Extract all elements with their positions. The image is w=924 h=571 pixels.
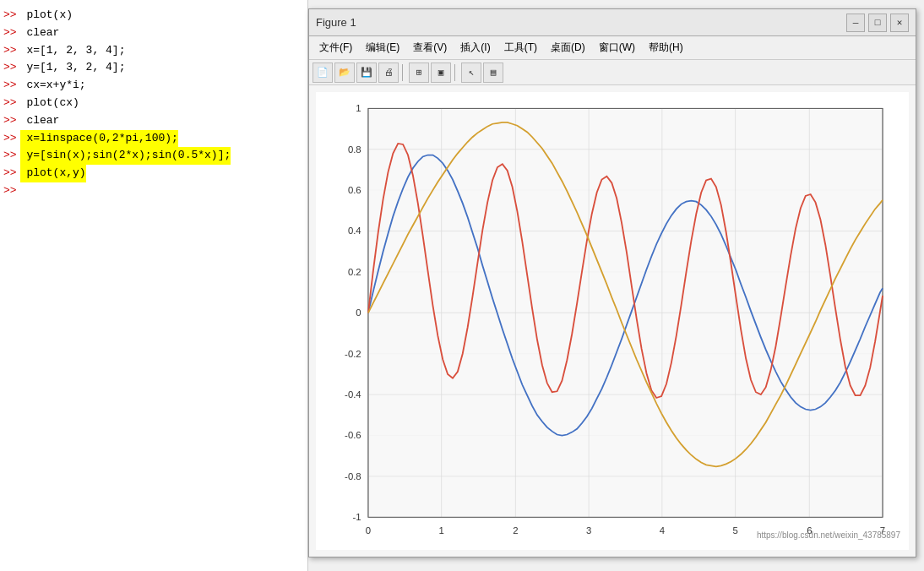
svg-text:-0.8: -0.8 [345,471,361,481]
command-line: >> cx=x+y*i; [3,77,304,95]
svg-text:0.6: 0.6 [348,185,361,195]
command-line: >> y=[sin(x);sin(2*x);sin(0.5*x)]; [3,147,304,165]
cursor-btn[interactable]: ↖ [461,63,481,83]
minimize-button[interactable]: — [846,14,865,32]
svg-text:0.2: 0.2 [348,267,361,277]
prompt-symbol: >> [3,130,17,148]
title-bar: Figure 1 — □ ✕ [309,9,916,36]
command-panel: >> plot(x)>> clear>> x=[1, 2, 3, 4];>> y… [0,0,308,571]
menu-item[interactable]: 查看(V) [406,39,454,57]
prompt-symbol: >> [3,24,17,42]
plot-svg: 1 0.8 0.6 0.4 0.2 0 -0.2 -0.4 -0.6 -0.8 … [316,92,909,550]
menu-item[interactable]: 编辑(E) [359,39,406,57]
svg-text:-1: -1 [353,512,361,522]
svg-text:0.4: 0.4 [348,226,361,237]
prompt-symbol: >> [3,77,17,95]
command-line: >> [3,182,304,200]
figure-window: Figure 1 — □ ✕ 文件(F)编辑(E)查看(V)插入(I)工具(T)… [308,8,916,557]
menu-item[interactable]: 文件(F) [313,39,359,57]
command-text: clear [20,24,60,42]
command-line: >> plot(x,y) [3,165,304,182]
command-text: plot(x,y) [20,165,86,182]
menu-bar: 文件(F)编辑(E)查看(V)插入(I)工具(T)桌面(D)窗口(W)帮助(H) [309,36,916,60]
prompt-symbol: >> [3,182,17,200]
maximize-button[interactable]: □ [868,14,887,32]
legend-btn[interactable]: ▤ [483,63,503,83]
svg-text:0: 0 [356,308,361,318]
prompt-symbol: >> [3,147,17,165]
svg-text:4: 4 [660,525,665,536]
prompt-symbol: >> [3,42,17,60]
command-text: cx=x+y*i; [20,77,86,95]
figure-title: Figure 1 [316,16,843,29]
pan-btn[interactable]: ▣ [431,63,451,83]
svg-text:0.8: 0.8 [348,144,361,155]
command-line: >> plot(x) [3,7,304,24]
command-text: clear [20,112,60,130]
command-line: >> y=[1, 3, 2, 4]; [3,59,304,77]
open-btn[interactable]: 📂 [334,63,355,83]
prompt-symbol: >> [3,7,17,24]
svg-text:-0.6: -0.6 [345,431,361,441]
prompt-symbol: >> [3,165,17,182]
menu-item[interactable]: 桌面(D) [544,39,592,57]
close-button[interactable]: ✕ [890,14,909,32]
command-line: >> x=[1, 2, 3, 4]; [3,42,304,60]
command-line: >> clear [3,24,304,42]
command-line: >> clear [3,112,304,130]
svg-text:1: 1 [356,104,361,114]
prompt-symbol: >> [3,59,17,77]
zoom-btn[interactable]: ⊞ [409,63,429,83]
command-text: plot(cx) [20,95,79,112]
svg-text:1: 1 [438,525,443,536]
command-text: y=[1, 3, 2, 4]; [20,59,126,77]
command-text: y=[sin(x);sin(2*x);sin(0.5*x)]; [20,147,231,165]
separator-2 [454,64,458,81]
command-text: x=[1, 2, 3, 4]; [20,42,126,60]
svg-text:-0.4: -0.4 [345,389,361,400]
toolbar: 📄 📂 💾 🖨 ⊞ ▣ ↖ ▤ [309,60,916,85]
svg-text:5: 5 [732,525,737,536]
menu-item[interactable]: 窗口(W) [592,39,642,57]
command-line: >> x=linspace(0,2*pi,100); [3,130,304,148]
prompt-symbol: >> [3,112,17,130]
command-text: plot(x) [20,7,73,24]
separator-1 [402,64,405,81]
command-line: >> plot(cx) [3,95,304,112]
command-text: x=linspace(0,2*pi,100); [20,130,178,148]
prompt-symbol: >> [3,95,17,112]
menu-item[interactable]: 工具(T) [497,39,544,57]
plot-area: 1 0.8 0.6 0.4 0.2 0 -0.2 -0.4 -0.6 -0.8 … [316,92,909,550]
menu-item[interactable]: 插入(I) [454,39,497,57]
save-btn[interactable]: 💾 [356,63,377,83]
new-file-btn[interactable]: 📄 [313,63,333,83]
menu-item[interactable]: 帮助(H) [642,39,690,57]
watermark: https://blog.csdn.net/weixin_43785897 [757,530,900,540]
svg-text:3: 3 [586,525,591,536]
print-btn[interactable]: 🖨 [378,63,399,83]
svg-text:2: 2 [513,525,518,536]
svg-text:-0.2: -0.2 [345,349,361,359]
svg-text:0: 0 [366,525,371,536]
